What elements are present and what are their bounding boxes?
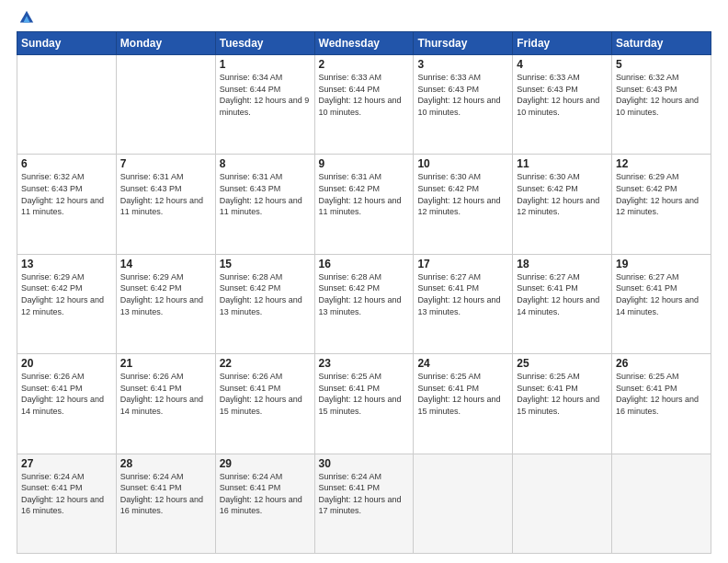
day-number: 21 [120,357,211,370]
day-header-tuesday: Tuesday [215,32,314,55]
day-info: Sunrise: 6:33 AM Sunset: 6:43 PM Dayligh… [517,72,608,118]
day-number: 9 [319,157,410,170]
day-info: Sunrise: 6:31 AM Sunset: 6:42 PM Dayligh… [319,171,410,217]
calendar-cell: 30Sunrise: 6:24 AM Sunset: 6:41 PM Dayli… [314,454,414,553]
day-number: 6 [21,157,112,170]
day-header-sunday: Sunday [17,32,117,55]
calendar-cell: 24Sunrise: 6:25 AM Sunset: 6:41 PM Dayli… [414,354,513,454]
day-info: Sunrise: 6:26 AM Sunset: 6:41 PM Dayligh… [220,371,311,417]
day-info: Sunrise: 6:27 AM Sunset: 6:41 PM Dayligh… [517,271,608,317]
day-info: Sunrise: 6:25 AM Sunset: 6:41 PM Dayligh… [517,371,608,417]
calendar-cell: 29Sunrise: 6:24 AM Sunset: 6:41 PM Dayli… [215,454,314,553]
day-number: 27 [21,457,112,470]
day-number: 24 [417,357,508,370]
day-header-wednesday: Wednesday [314,32,414,55]
calendar-cell [116,55,215,155]
calendar-cell: 5Sunrise: 6:32 AM Sunset: 6:43 PM Daylig… [612,55,711,155]
week-row-5: 27Sunrise: 6:24 AM Sunset: 6:41 PM Dayli… [17,454,711,553]
calendar-body: 1Sunrise: 6:34 AM Sunset: 6:44 PM Daylig… [17,55,711,554]
calendar-cell: 1Sunrise: 6:34 AM Sunset: 6:44 PM Daylig… [215,55,314,155]
day-info: Sunrise: 6:31 AM Sunset: 6:43 PM Dayligh… [220,171,311,217]
day-header-saturday: Saturday [612,32,711,55]
day-number: 5 [616,58,707,71]
calendar-cell: 3Sunrise: 6:33 AM Sunset: 6:43 PM Daylig… [414,55,513,155]
day-info: Sunrise: 6:30 AM Sunset: 6:42 PM Dayligh… [517,171,608,217]
day-number: 11 [517,157,608,170]
calendar-cell: 26Sunrise: 6:25 AM Sunset: 6:41 PM Dayli… [612,354,711,454]
day-number: 15 [220,258,311,270]
day-info: Sunrise: 6:25 AM Sunset: 6:41 PM Dayligh… [319,371,410,417]
day-number: 1 [220,58,311,71]
day-info: Sunrise: 6:26 AM Sunset: 6:41 PM Dayligh… [120,371,211,417]
calendar-cell [17,55,117,155]
calendar-cell: 25Sunrise: 6:25 AM Sunset: 6:41 PM Dayli… [513,354,612,454]
calendar-cell: 10Sunrise: 6:30 AM Sunset: 6:42 PM Dayli… [414,155,513,254]
logo-icon [18,9,35,26]
calendar-cell: 9Sunrise: 6:31 AM Sunset: 6:42 PM Daylig… [314,155,414,254]
day-info: Sunrise: 6:24 AM Sunset: 6:41 PM Dayligh… [120,471,211,517]
day-number: 10 [417,157,508,170]
days-of-week-row: SundayMondayTuesdayWednesdayThursdayFrid… [17,32,711,55]
week-row-3: 13Sunrise: 6:29 AM Sunset: 6:42 PM Dayli… [17,254,711,353]
page: SundayMondayTuesdayWednesdayThursdayFrid… [0,0,728,563]
calendar-cell: 8Sunrise: 6:31 AM Sunset: 6:43 PM Daylig… [215,155,314,254]
calendar-cell: 22Sunrise: 6:26 AM Sunset: 6:41 PM Dayli… [215,354,314,454]
day-info: Sunrise: 6:31 AM Sunset: 6:43 PM Dayligh… [120,171,211,217]
week-row-1: 1Sunrise: 6:34 AM Sunset: 6:44 PM Daylig… [17,55,711,155]
day-number: 14 [120,258,211,270]
day-number: 12 [616,157,707,170]
day-info: Sunrise: 6:24 AM Sunset: 6:41 PM Dayligh… [220,471,311,517]
day-info: Sunrise: 6:30 AM Sunset: 6:42 PM Dayligh… [417,171,508,217]
calendar-cell: 14Sunrise: 6:29 AM Sunset: 6:42 PM Dayli… [116,254,215,353]
calendar-cell: 21Sunrise: 6:26 AM Sunset: 6:41 PM Dayli… [116,354,215,454]
calendar-cell: 13Sunrise: 6:29 AM Sunset: 6:42 PM Dayli… [17,254,117,353]
day-number: 3 [417,58,508,71]
day-info: Sunrise: 6:25 AM Sunset: 6:41 PM Dayligh… [417,371,508,417]
week-row-2: 6Sunrise: 6:32 AM Sunset: 6:43 PM Daylig… [17,155,711,254]
day-header-monday: Monday [116,32,215,55]
calendar-cell [513,454,612,553]
day-number: 2 [319,58,410,71]
calendar-cell: 15Sunrise: 6:28 AM Sunset: 6:42 PM Dayli… [215,254,314,353]
calendar-cell [612,454,711,553]
day-info: Sunrise: 6:32 AM Sunset: 6:43 PM Dayligh… [21,171,112,217]
day-number: 19 [616,258,707,270]
day-number: 18 [517,258,608,270]
day-info: Sunrise: 6:29 AM Sunset: 6:42 PM Dayligh… [120,271,211,317]
day-info: Sunrise: 6:33 AM Sunset: 6:44 PM Dayligh… [319,72,410,118]
day-number: 25 [517,357,608,370]
calendar-cell: 6Sunrise: 6:32 AM Sunset: 6:43 PM Daylig… [17,155,117,254]
header [17,9,711,26]
calendar-cell: 2Sunrise: 6:33 AM Sunset: 6:44 PM Daylig… [314,55,414,155]
day-number: 17 [417,258,508,270]
calendar-cell [414,454,513,553]
calendar-cell: 28Sunrise: 6:24 AM Sunset: 6:41 PM Dayli… [116,454,215,553]
day-info: Sunrise: 6:25 AM Sunset: 6:41 PM Dayligh… [616,371,707,417]
calendar-header: SundayMondayTuesdayWednesdayThursdayFrid… [17,32,711,55]
day-number: 26 [616,357,707,370]
day-info: Sunrise: 6:27 AM Sunset: 6:41 PM Dayligh… [616,271,707,317]
day-header-thursday: Thursday [414,32,513,55]
calendar-cell: 17Sunrise: 6:27 AM Sunset: 6:41 PM Dayli… [414,254,513,353]
day-number: 22 [220,357,311,370]
day-info: Sunrise: 6:28 AM Sunset: 6:42 PM Dayligh… [319,271,410,317]
day-number: 23 [319,357,410,370]
day-number: 7 [120,157,211,170]
calendar-cell: 4Sunrise: 6:33 AM Sunset: 6:43 PM Daylig… [513,55,612,155]
day-info: Sunrise: 6:29 AM Sunset: 6:42 PM Dayligh… [616,171,707,217]
calendar-cell: 18Sunrise: 6:27 AM Sunset: 6:41 PM Dayli… [513,254,612,353]
calendar-cell: 20Sunrise: 6:26 AM Sunset: 6:41 PM Dayli… [17,354,117,454]
day-header-friday: Friday [513,32,612,55]
day-number: 13 [21,258,112,270]
day-info: Sunrise: 6:24 AM Sunset: 6:41 PM Dayligh… [319,471,410,517]
calendar-cell: 11Sunrise: 6:30 AM Sunset: 6:42 PM Dayli… [513,155,612,254]
logo [17,9,35,26]
day-number: 29 [220,457,311,470]
calendar-cell: 12Sunrise: 6:29 AM Sunset: 6:42 PM Dayli… [612,155,711,254]
day-info: Sunrise: 6:24 AM Sunset: 6:41 PM Dayligh… [21,471,112,517]
day-number: 30 [319,457,410,470]
day-info: Sunrise: 6:34 AM Sunset: 6:44 PM Dayligh… [220,72,311,118]
day-info: Sunrise: 6:29 AM Sunset: 6:42 PM Dayligh… [21,271,112,317]
day-info: Sunrise: 6:28 AM Sunset: 6:42 PM Dayligh… [220,271,311,317]
day-info: Sunrise: 6:33 AM Sunset: 6:43 PM Dayligh… [417,72,508,118]
